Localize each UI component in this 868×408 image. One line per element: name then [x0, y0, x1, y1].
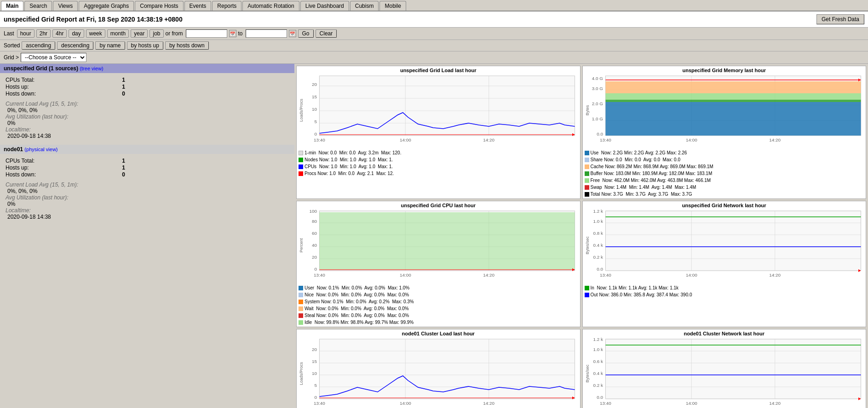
current-load-section: Current Load Avg (15, 5, 1m): 0%, 0%, 0%… — [6, 101, 289, 139]
localtime-value: 2020-09-18 14:38 — [7, 133, 51, 139]
svg-text:13:40: 13:40 — [314, 137, 325, 142]
tab-mobile[interactable]: Mobile — [379, 1, 406, 11]
node01-title: node01 — [4, 146, 23, 153]
svg-text:14:00: 14:00 — [400, 137, 411, 142]
svg-text:14:00: 14:00 — [685, 272, 697, 277]
sorted-label: Sorted — [4, 42, 20, 49]
hosts-down-row: Hosts down: 0 — [6, 91, 125, 97]
svg-text:14:20: 14:20 — [769, 137, 781, 142]
tree-view-link[interactable]: (tree view) — [80, 66, 103, 71]
load-chart-legend: 1-min Now: 0.0 Min: 0.0 Avg: 3.2m Max: 1… — [297, 148, 580, 178]
svg-text:0.0: 0.0 — [597, 131, 603, 136]
tab-auto-rotation[interactable]: Automatic Rotation — [242, 1, 299, 11]
svg-text:13:40: 13:40 — [600, 137, 611, 142]
get-fresh-data-button[interactable]: Get Fresh Data — [816, 14, 864, 24]
svg-text:0: 0 — [314, 131, 316, 136]
unspecified-grid-stats: CPUs Total: 1 Hosts up: 1 Hosts down: 0 … — [0, 73, 294, 143]
last-label: Last — [4, 30, 14, 37]
go-button[interactable]: Go — [298, 29, 314, 38]
svg-rect-93 — [319, 339, 575, 399]
svg-rect-39 — [605, 102, 861, 136]
time-btn-day[interactable]: day — [69, 29, 84, 38]
svg-text:80: 80 — [312, 219, 317, 223]
tab-main[interactable]: Main — [1, 1, 23, 11]
node01-cpus-total-value: 1 — [122, 158, 125, 164]
sort-by-hosts-up-btn[interactable]: by hosts up — [127, 41, 163, 50]
node01-hosts-up-row: Hosts up: 1 — [6, 164, 125, 171]
current-load-label: Current Load Avg (15, 5, 1m): — [6, 101, 78, 107]
sort-by-hosts-down-btn[interactable]: by hosts down — [165, 41, 209, 50]
network-chart-legend: In Now: 1.1k Min: 1.1k Avg: 1.1k Max: 1.… — [583, 283, 866, 299]
svg-text:0.0: 0.0 — [597, 395, 603, 399]
hosts-up-value: 1 — [122, 84, 125, 90]
svg-text:14:20: 14:20 — [483, 137, 494, 142]
load-chart: unspecified Grid Load last hour 0 5 10 1… — [296, 66, 581, 199]
memory-chart-legend: Use Now: 2.2G Min: 2.2G Avg: 2.2G Max: 2… — [583, 148, 866, 198]
node01-current-load-value: 0%, 0%, 0% — [7, 188, 37, 194]
svg-text:14:20: 14:20 — [483, 401, 494, 405]
localtime-label: Localtime: — [6, 126, 31, 133]
sort-ascending-btn[interactable]: ascending — [22, 41, 55, 50]
avg-util-value: 0% — [7, 120, 15, 126]
svg-text:0.4 k: 0.4 k — [593, 371, 603, 375]
to-input[interactable] — [246, 29, 287, 38]
physical-view-link[interactable]: (physical view) — [24, 147, 57, 152]
load-chart-svg: 0 5 10 15 20 Loads/Procs — [297, 74, 580, 147]
cpu-chart: unspecified Grid CPU last hour 0 20 40 6… — [296, 201, 581, 327]
time-btn-week[interactable]: week — [86, 29, 105, 38]
time-btn-4hr[interactable]: 4hr — [52, 29, 67, 38]
time-btn-hour[interactable]: hour — [17, 29, 34, 38]
hosts-down-value: 0 — [122, 91, 125, 97]
charts-row-2: unspecified Grid CPU last hour 0 20 40 6… — [296, 201, 866, 327]
tab-cubism[interactable]: Cubism — [350, 1, 379, 11]
node01-hosts-down-row: Hosts down: 0 — [6, 171, 125, 178]
charts-row-1: unspecified Grid Load last hour 0 5 10 1… — [296, 66, 866, 199]
unspecified-grid-title: unspecified Grid (1 sources) — [4, 65, 78, 72]
svg-text:20: 20 — [312, 82, 317, 86]
svg-text:Percent: Percent — [299, 238, 304, 252]
tab-compare-hosts[interactable]: Compare Hosts — [135, 1, 183, 11]
grid-source-select[interactable]: --Choose a Source -- — [21, 53, 86, 62]
hosts-up-label: Hosts up: — [6, 84, 29, 90]
svg-text:1.2 k: 1.2 k — [593, 209, 603, 213]
tab-search[interactable]: Search — [24, 1, 52, 11]
time-btn-year[interactable]: year — [131, 29, 148, 38]
svg-text:1.0 G: 1.0 G — [592, 116, 603, 121]
cpus-total-row: CPUs Total: 1 — [6, 77, 125, 83]
from-input[interactable] — [186, 29, 227, 38]
current-load-value: 0%, 0%, 0% — [7, 107, 37, 113]
tab-live-dashboard[interactable]: Live Dashboard — [300, 1, 349, 11]
node01-load-svg: 0 5 10 15 20 Loads/Procs — [297, 337, 580, 408]
tab-aggregate-graphs[interactable]: Aggregate Graphs — [79, 1, 134, 11]
svg-rect-42 — [605, 81, 861, 93]
hosts-up-row: Hosts up: 1 — [6, 84, 125, 90]
svg-text:Bytes: Bytes — [584, 105, 590, 116]
svg-text:13:40: 13:40 — [600, 401, 611, 405]
svg-text:5: 5 — [314, 383, 316, 387]
time-btn-2hr[interactable]: 2hr — [36, 29, 51, 38]
svg-text:20: 20 — [312, 255, 317, 259]
svg-text:4.0 G: 4.0 G — [592, 76, 603, 80]
node01-load-chart-title: node01 Cluster Load last hour — [297, 329, 580, 337]
to-calendar-icon[interactable]: 📅 — [289, 30, 296, 37]
tab-reports[interactable]: Reports — [212, 1, 241, 11]
sort-descending-btn[interactable]: descending — [57, 41, 93, 50]
svg-text:10: 10 — [312, 107, 317, 111]
tab-views[interactable]: Views — [53, 1, 78, 11]
svg-text:0: 0 — [314, 395, 316, 399]
time-btn-job[interactable]: job — [149, 29, 163, 38]
node01-current-load-label: Current Load Avg (15, 5, 1m): — [6, 181, 78, 188]
time-btn-month[interactable]: month — [107, 29, 129, 38]
sort-by-name-btn[interactable]: by name — [95, 41, 125, 50]
node01-avg-util-label: Avg Utilization (last hour): — [6, 194, 69, 201]
node01-load-chart-area: 0 5 10 15 20 Loads/Procs — [297, 337, 580, 408]
svg-text:14:00: 14:00 — [685, 137, 697, 142]
svg-text:14:00: 14:00 — [685, 401, 697, 405]
network-chart-title: unspecified Grid Network last hour — [583, 201, 866, 209]
svg-text:10: 10 — [312, 371, 317, 375]
svg-text:15: 15 — [312, 359, 317, 363]
tab-events[interactable]: Events — [184, 1, 212, 11]
from-calendar-icon[interactable]: 📅 — [229, 30, 236, 37]
node01-network-chart-title: node01 Cluster Network last hour — [583, 329, 866, 337]
clear-button[interactable]: Clear — [316, 29, 337, 38]
